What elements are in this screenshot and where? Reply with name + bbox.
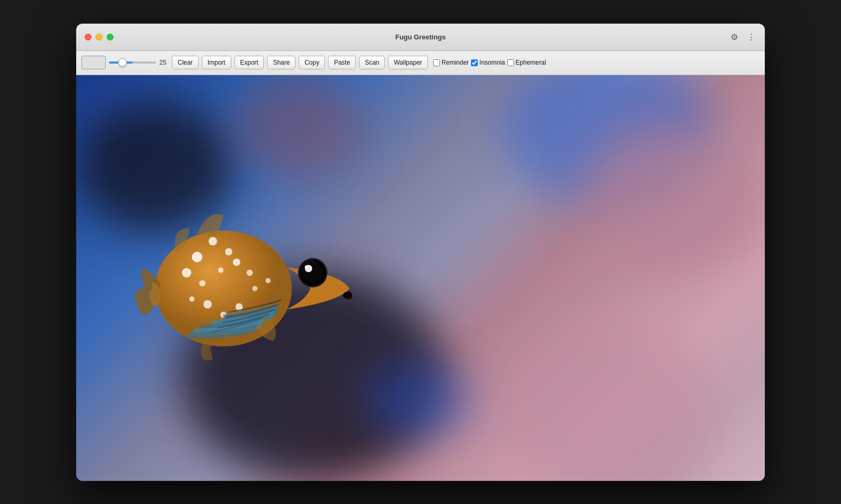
insomnia-checkbox-label[interactable]: Insomnia [471,59,505,66]
checkbox-group: Reminder Insomnia Ephemeral [433,59,546,66]
fish-image [118,126,371,430]
maximize-button[interactable] [107,34,114,40]
wallpaper-button[interactable]: Wallpaper [388,56,428,69]
menu-icon[interactable]: ⋮ [746,32,756,42]
svg-point-7 [218,268,223,273]
reminder-checkbox-label[interactable]: Reminder [433,59,469,66]
export-button[interactable]: Export [234,56,264,69]
clear-button[interactable]: Clear [172,56,199,69]
svg-point-13 [189,296,194,302]
share-button[interactable]: Share [267,56,295,69]
svg-point-5 [182,268,191,277]
traffic-lights [85,34,114,40]
svg-point-8 [233,259,240,266]
brush-size-slider[interactable] [109,61,156,64]
window-title: Fugu Greetings [395,33,446,41]
titlebar: Fugu Greetings ⚙ ⋮ [76,24,765,51]
svg-point-6 [199,280,206,286]
slider-value: 25 [159,59,169,66]
ephemeral-checkbox-label[interactable]: Ephemeral [507,59,546,66]
insomnia-label: Insomnia [479,59,505,66]
scan-button[interactable]: Scan [359,56,385,69]
svg-point-2 [192,252,202,262]
close-button[interactable] [85,34,91,40]
titlebar-actions: ⚙ ⋮ [729,32,756,42]
svg-point-20 [305,265,308,269]
ephemeral-label: Ephemeral [516,59,546,66]
slider-container: 25 [109,59,169,66]
reminder-checkbox[interactable] [433,59,440,66]
minimize-button[interactable] [96,34,102,40]
bg-blob-pink1 [581,128,765,275]
color-swatch[interactable] [81,56,106,69]
svg-point-15 [265,278,271,283]
svg-point-9 [247,270,253,276]
svg-point-14 [252,286,258,291]
svg-point-10 [203,300,212,308]
insomnia-checkbox[interactable] [471,59,478,66]
fish-scene [76,75,765,481]
extensions-icon[interactable]: ⚙ [729,32,740,42]
toolbar: 25 Clear Import Export Share Copy Paste … [76,51,765,75]
paste-button[interactable]: Paste [328,56,356,69]
reminder-label: Reminder [442,59,469,66]
import-button[interactable]: Import [202,56,231,69]
svg-point-3 [209,237,217,245]
copy-button[interactable]: Copy [299,56,325,69]
app-window: Fugu Greetings ⚙ ⋮ 25 Clear Import Expor… [76,24,765,481]
svg-point-21 [343,292,351,299]
bg-blob-blue2 [365,360,470,439]
ephemeral-checkbox[interactable] [507,59,514,66]
canvas-area[interactable] [76,75,765,481]
bg-blob-pink2 [502,323,712,481]
svg-point-4 [225,248,232,255]
